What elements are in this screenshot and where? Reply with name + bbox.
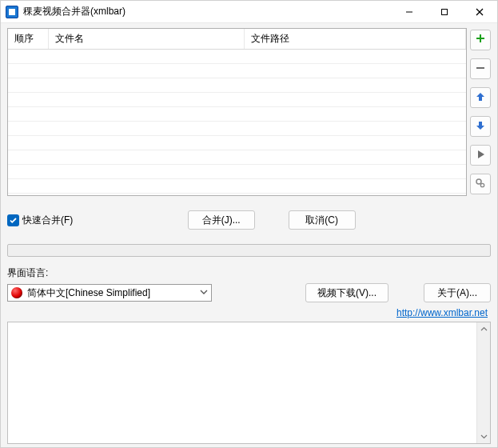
side-toolbar: [470, 28, 491, 196]
fast-merge-label: 快速合并(F): [22, 214, 73, 227]
add-button[interactable]: [470, 30, 491, 50]
svg-point-6: [480, 183, 484, 186]
play-icon: [475, 149, 486, 162]
minus-icon: [475, 62, 486, 76]
website-link[interactable]: http://www.xmlbar.net: [396, 307, 488, 318]
language-row: 简体中文[Chinese Simplified] 视频下载(V)... 关于(A…: [7, 283, 491, 302]
table-row: [8, 50, 466, 64]
remove-button[interactable]: [470, 58, 491, 79]
table-row: [8, 122, 466, 136]
file-list-area: 顺序 文件名 文件路径: [7, 28, 491, 196]
move-up-button[interactable]: [470, 87, 491, 108]
table-row: [8, 136, 466, 150]
column-header-path[interactable]: 文件路径: [244, 29, 466, 50]
progress-bar: [7, 244, 491, 257]
gear-icon: [475, 178, 486, 191]
svg-rect-1: [442, 9, 448, 14]
merge-button[interactable]: 合并(J)...: [188, 210, 255, 230]
content-area: 顺序 文件名 文件路径: [1, 23, 497, 447]
table-body: [8, 50, 466, 194]
scroll-up-icon[interactable]: [477, 322, 490, 336]
arrow-up-icon: [475, 91, 486, 105]
scrollbar[interactable]: [476, 322, 490, 443]
svg-point-5: [476, 179, 481, 184]
fast-merge-checkbox[interactable]: 快速合并(F): [7, 214, 73, 227]
chevron-down-icon: [200, 287, 208, 298]
window-title: 稞麦视频合并器(xmlbar): [23, 5, 392, 18]
log-textarea[interactable]: [7, 322, 491, 444]
link-row: http://www.xmlbar.net: [7, 307, 491, 318]
table-row: [8, 93, 466, 107]
svg-rect-4: [476, 67, 484, 69]
titlebar: 稞麦视频合并器(xmlbar): [1, 1, 497, 23]
flag-icon: [11, 287, 22, 298]
file-table[interactable]: 顺序 文件名 文件路径: [7, 28, 467, 196]
table-row: [8, 179, 466, 194]
action-row: 快速合并(F) 合并(J)... 取消(C): [7, 210, 491, 230]
checkbox-icon: [7, 214, 19, 226]
app-window: 稞麦视频合并器(xmlbar) 顺序 文件名: [0, 0, 498, 448]
table-row: [8, 107, 466, 122]
cancel-button[interactable]: 取消(C): [289, 210, 356, 230]
language-selected: 简体中文[Chinese Simplified]: [27, 286, 195, 300]
column-header-order[interactable]: 顺序: [8, 29, 48, 50]
maximize-button[interactable]: [427, 1, 462, 23]
download-button[interactable]: 视频下载(V)...: [305, 283, 388, 302]
language-label: 界面语言:: [7, 266, 491, 280]
column-header-name[interactable]: 文件名: [48, 29, 244, 50]
app-icon: [6, 6, 18, 18]
table-row: [8, 64, 466, 78]
window-controls: [392, 1, 497, 23]
scroll-down-icon[interactable]: [477, 430, 490, 443]
settings-button[interactable]: [470, 174, 491, 194]
close-button[interactable]: [462, 1, 497, 23]
arrow-down-icon: [475, 120, 486, 134]
minimize-button[interactable]: [392, 1, 427, 23]
language-combobox[interactable]: 简体中文[Chinese Simplified]: [7, 284, 212, 302]
table-row: [8, 150, 466, 165]
plus-icon: [475, 34, 486, 47]
table-row: [8, 165, 466, 179]
play-button[interactable]: [470, 145, 491, 166]
about-button[interactable]: 关于(A)...: [424, 283, 491, 302]
move-down-button[interactable]: [470, 116, 491, 137]
table-row: [8, 78, 466, 93]
